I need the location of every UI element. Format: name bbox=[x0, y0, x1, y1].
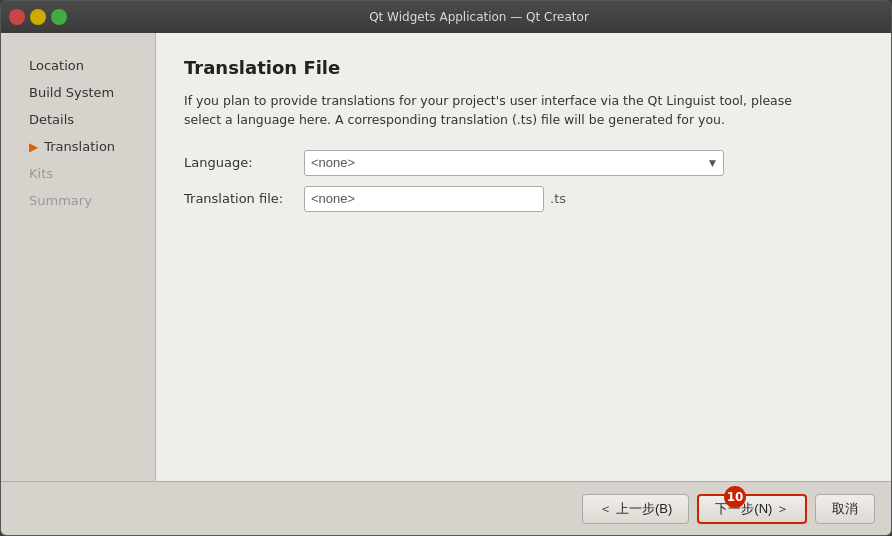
back-button[interactable]: ＜ 上一步(B) bbox=[582, 494, 689, 524]
sidebar-item-label: Build System bbox=[29, 85, 114, 100]
step-badge: 10 bbox=[724, 486, 746, 508]
sidebar-item-kits: Kits bbox=[21, 161, 145, 186]
translation-file-input[interactable] bbox=[304, 186, 544, 212]
titlebar: Qt Widgets Application — Qt Creator bbox=[1, 1, 891, 33]
sidebar-item-label: Summary bbox=[29, 193, 92, 208]
minimize-button[interactable] bbox=[30, 9, 46, 25]
sidebar-item-location[interactable]: Location bbox=[21, 53, 145, 78]
sidebar-item-label: Translation bbox=[44, 139, 115, 154]
sidebar-item-build-system[interactable]: Build System bbox=[21, 80, 145, 105]
window-controls bbox=[9, 9, 67, 25]
translation-file-row: Translation file: .ts bbox=[184, 186, 863, 212]
sidebar-item-label: Details bbox=[29, 112, 74, 127]
sidebar-item-label: Kits bbox=[29, 166, 53, 181]
sidebar-item-label: Location bbox=[29, 58, 84, 73]
sidebar: Location Build System Details ▶ Translat… bbox=[1, 33, 156, 481]
main-panel: Translation File If you plan to provide … bbox=[156, 33, 891, 481]
translation-file-label: Translation file: bbox=[184, 191, 304, 206]
sidebar-item-details[interactable]: Details bbox=[21, 107, 145, 132]
active-arrow-icon: ▶ bbox=[29, 140, 38, 154]
content-area: Location Build System Details ▶ Translat… bbox=[1, 33, 891, 481]
description-text: If you plan to provide translations for … bbox=[184, 92, 804, 130]
page-title: Translation File bbox=[184, 57, 863, 78]
translation-file-control: .ts bbox=[304, 186, 863, 212]
language-label: Language: bbox=[184, 155, 304, 170]
next-button[interactable]: 下一步(N) ＞ bbox=[697, 494, 807, 524]
cancel-button[interactable]: 取消 bbox=[815, 494, 875, 524]
main-window: Qt Widgets Application — Qt Creator Loca… bbox=[0, 0, 892, 536]
language-control: <none> bbox=[304, 150, 863, 176]
language-select[interactable]: <none> bbox=[304, 150, 724, 176]
bottom-bar: 10 ＜ 上一步(B) 下一步(N) ＞ 取消 bbox=[1, 481, 891, 535]
language-select-wrapper: <none> bbox=[304, 150, 724, 176]
sidebar-item-translation[interactable]: ▶ Translation bbox=[21, 134, 145, 159]
maximize-button[interactable] bbox=[51, 9, 67, 25]
window-title: Qt Widgets Application — Qt Creator bbox=[75, 10, 883, 24]
sidebar-item-summary: Summary bbox=[21, 188, 145, 213]
file-extension-label: .ts bbox=[550, 191, 566, 206]
close-button[interactable] bbox=[9, 9, 25, 25]
language-row: Language: <none> bbox=[184, 150, 863, 176]
